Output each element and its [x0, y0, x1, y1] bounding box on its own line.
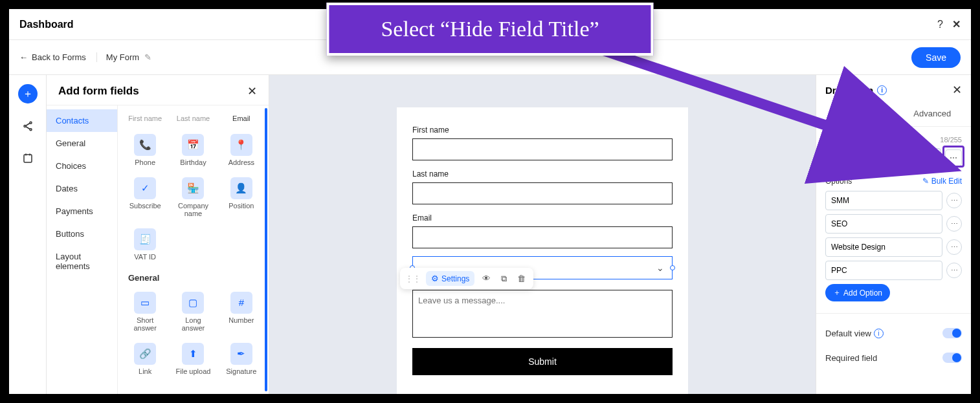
submit-button[interactable]: Submit: [412, 348, 673, 375]
textarea-message[interactable]: [412, 290, 673, 338]
save-button[interactable]: Save: [911, 47, 961, 68]
field-label: File upload: [176, 367, 211, 376]
tab-advanced[interactable]: Advanced: [894, 102, 972, 126]
pin-icon: 📍: [230, 134, 252, 156]
add-fields-panel: Add form fields ✕ Contacts General Choic…: [47, 75, 269, 394]
close-panel-icon[interactable]: ✕: [247, 84, 257, 98]
sidebar-rail: ＋: [9, 75, 47, 394]
svg-rect-3: [24, 155, 32, 162]
section-general: General: [124, 267, 262, 287]
close-properties-icon[interactable]: ✕: [952, 83, 962, 97]
sign-icon: ✒: [230, 343, 252, 365]
hash-icon: #: [230, 292, 252, 314]
option-more-button[interactable]: ⋯: [946, 239, 962, 255]
option-input[interactable]: [825, 191, 942, 210]
category-dates[interactable]: Dates: [47, 177, 117, 200]
label-last-name: Last name: [412, 169, 673, 179]
phone-icon: 📞: [134, 134, 156, 156]
add-button[interactable]: ＋: [18, 84, 38, 103]
pencil-icon: ✎: [922, 177, 929, 186]
bulk-edit-link[interactable]: ✎ Bulk Edit: [922, 177, 962, 186]
category-general[interactable]: General: [47, 132, 117, 155]
check-icon: ✓: [134, 177, 156, 199]
field-label: Long answer: [173, 316, 212, 332]
element-toolbar: ⋮⋮ ⚙ Settings 👁 ⧉ 🗑: [400, 268, 533, 289]
field-label: Birthday: [180, 158, 206, 167]
field-subscribe[interactable]: ✓Subscribe: [124, 172, 166, 223]
info-icon[interactable]: i: [874, 329, 884, 338]
field-position[interactable]: 👤Position: [221, 172, 262, 223]
gear-icon: ⚙: [431, 274, 439, 283]
instruction-callout: Select “Hide Field Title”: [326, 3, 653, 56]
link-icon: 🔗: [134, 343, 156, 365]
input-email[interactable]: [412, 226, 673, 248]
category-buttons[interactable]: Buttons: [47, 223, 117, 245]
field-number[interactable]: #Number: [221, 287, 262, 338]
field-long-answer[interactable]: ▢Long answer: [172, 287, 214, 338]
field-birthday[interactable]: 📅Birthday: [172, 129, 214, 172]
field-company[interactable]: 🏪Company name: [172, 172, 214, 223]
field-label: Link: [139, 367, 151, 376]
share-icon[interactable]: [18, 116, 38, 136]
divider: [816, 313, 971, 314]
add-option-button[interactable]: ＋ Add Option: [825, 284, 890, 301]
input-last-name[interactable]: [412, 182, 673, 204]
info-icon[interactable]: i: [877, 85, 887, 95]
back-to-forms-link[interactable]: ← Back to Forms: [19, 52, 97, 62]
field-address[interactable]: 📍Address: [221, 129, 262, 172]
option-more-button[interactable]: ⋯: [946, 263, 962, 278]
option-input[interactable]: [825, 261, 942, 280]
option-more-button[interactable]: ⋯: [946, 193, 962, 208]
category-choices[interactable]: Choices: [47, 155, 117, 177]
resize-handle-right[interactable]: [670, 265, 675, 270]
field-title-more-button[interactable]: ⋯: [945, 149, 962, 166]
back-label: Back to Forms: [32, 52, 86, 62]
category-layout[interactable]: Layout elements: [47, 245, 117, 278]
input-first-name[interactable]: [412, 138, 673, 160]
chevron-down-icon: ⌄: [656, 263, 664, 273]
category-payments[interactable]: Payments: [47, 200, 117, 223]
default-view-toggle[interactable]: [942, 328, 962, 338]
field-signature[interactable]: ✒Signature: [221, 338, 262, 381]
field-vatid[interactable]: 🧾VAT ID: [124, 223, 166, 267]
visibility-icon[interactable]: 👁: [480, 272, 493, 285]
rect-icon: ▭: [134, 292, 156, 314]
form-preview: First name Last name Email ⌄ Submit: [397, 107, 688, 394]
help-icon[interactable]: ?: [937, 19, 943, 30]
scrollbar[interactable]: [265, 108, 267, 391]
option-input[interactable]: [825, 237, 942, 257]
field-title-input[interactable]: [825, 148, 941, 168]
info-icon[interactable]: i: [859, 135, 869, 144]
svg-point-2: [30, 129, 32, 131]
field-label: Company name: [173, 202, 212, 218]
bulk-edit-label: Bulk Edit: [931, 177, 962, 186]
form-settings-icon[interactable]: [18, 149, 38, 168]
option-more-button[interactable]: ⋯: [946, 216, 962, 232]
field-phone[interactable]: 📞Phone: [124, 129, 166, 172]
settings-button[interactable]: ⚙ Settings: [426, 271, 474, 286]
settings-label: Settings: [441, 274, 469, 283]
field-label: Signature: [226, 367, 256, 376]
field-label: Short answer: [126, 316, 164, 332]
category-contacts[interactable]: Contacts: [47, 109, 117, 132]
field-file-upload[interactable]: ⬆File upload: [172, 338, 214, 381]
delete-icon[interactable]: 🗑: [515, 272, 528, 285]
arrow-left-icon: ←: [19, 52, 28, 62]
option-input[interactable]: [825, 214, 942, 234]
plus-icon: ＋: [833, 287, 841, 298]
duplicate-icon[interactable]: ⧉: [498, 272, 509, 285]
close-icon[interactable]: ✕: [952, 18, 961, 30]
field-label: Position: [228, 202, 254, 210]
field-label: Phone: [135, 158, 155, 167]
field-link[interactable]: 🔗Link: [124, 338, 166, 381]
options-label: Options: [825, 177, 852, 186]
required-field-label: Required field: [825, 353, 877, 363]
field-short-answer[interactable]: ▭Short answer: [124, 287, 166, 338]
drag-handle-icon[interactable]: ⋮⋮: [405, 274, 421, 283]
pencil-icon[interactable]: ✎: [144, 52, 151, 62]
form-name: My Form: [106, 52, 139, 62]
tab-general[interactable]: General: [816, 102, 894, 126]
panel-title: Add form fields: [58, 85, 139, 98]
required-field-toggle[interactable]: [942, 353, 962, 363]
properties-panel: Dropdown i ✕ General Advanced Field titl…: [816, 75, 971, 394]
